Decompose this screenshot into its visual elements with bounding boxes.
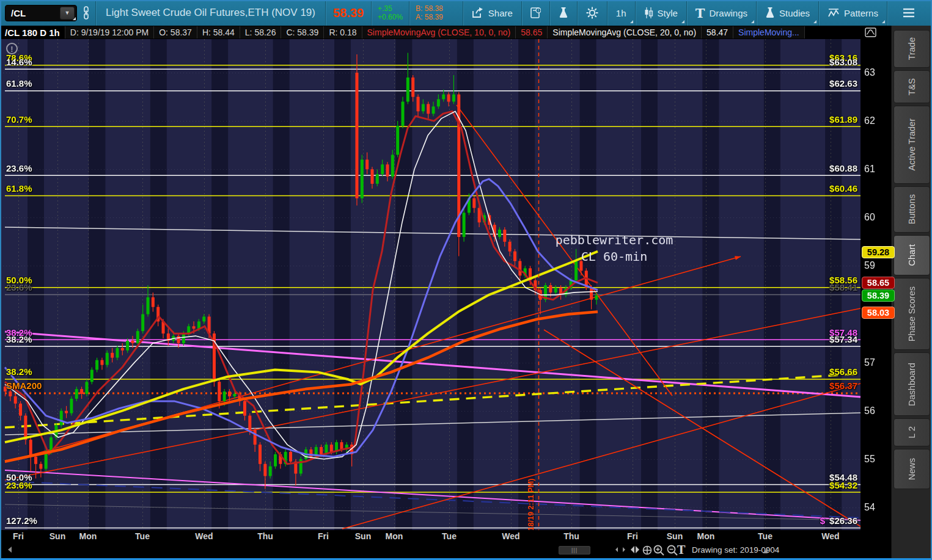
day-label: Sun (667, 531, 683, 541)
ohlc-field: L: 58.26 (240, 26, 282, 38)
zoom-in-icon[interactable] (653, 544, 665, 556)
price-axis-bubble: 59.28 (862, 246, 895, 258)
gear-icon (586, 7, 598, 19)
price-axis-bubble: 58.39 (862, 289, 895, 302)
sidebar-tab-label: News (907, 454, 917, 484)
sidebar-tab-label: Chart (907, 241, 917, 269)
pan-horizontal-icon[interactable] (629, 545, 640, 555)
y-axis-tick: 60 (864, 212, 875, 223)
ask-value: A: 58.39 (416, 13, 443, 21)
fib-level-label: 70.7% (6, 114, 32, 125)
price-chart-canvas[interactable] (0, 39, 891, 530)
study-label: SimpleMoving... (733, 26, 805, 38)
drawings-button[interactable]: T Drawings (687, 0, 756, 26)
zoom-out-icon[interactable] (666, 544, 678, 556)
last-price: 58.39 (326, 6, 371, 20)
y-axis-tick: 63 (864, 67, 875, 78)
chart-toolbar: /CL ▼ Light Sweet Crude Oil Futures,ETH … (0, 0, 932, 26)
share-icon (472, 7, 484, 18)
ohlc-field: H: 58.44 (197, 26, 240, 38)
ohlc-field: C: 58.39 (281, 26, 324, 38)
sidebar-tab-t-s[interactable]: T&S (893, 70, 930, 103)
drawings-label: Drawings (710, 8, 748, 18)
h-scrollbar-thumb[interactable]: ||| (559, 546, 590, 555)
step-left-icon[interactable] (615, 547, 618, 552)
menu-icon (903, 8, 915, 18)
resize-notch-icon (73, 17, 76, 20)
scroll-left-icon[interactable] (7, 547, 12, 553)
sidebar-tab-label: T&S (907, 75, 917, 99)
fib-price-label: $26.36 (829, 515, 857, 526)
day-label: Wed (821, 531, 839, 541)
x-axis: FriSunMonTueWedThuFriSunMonTueWedThuFriS… (0, 530, 891, 542)
fib-price-label: $54.32 (829, 480, 857, 490)
watermark-line2: CL 60-min (537, 249, 692, 265)
link-channel-button[interactable] (77, 0, 95, 26)
move-crosshair-icon[interactable] (642, 545, 653, 556)
settings-button[interactable] (578, 0, 607, 26)
symbol-input[interactable]: /CL ▼ (5, 5, 77, 21)
y-axis-tick: 55 (864, 454, 875, 465)
instrument-title: Light Sweet Crude Oil Futures,ETH (NOV 1… (96, 7, 325, 19)
sidebar-tab-dashboard[interactable]: Dashboard (893, 352, 930, 416)
day-label: Fri (318, 531, 329, 541)
style-label: Style (658, 8, 678, 18)
day-label: Tue (758, 531, 772, 541)
sidebar-tab-l-2[interactable]: L 2 (893, 418, 930, 446)
fib-level-label: 38.2% (6, 366, 32, 377)
candlestick-style-icon (644, 7, 653, 19)
chart-plot-area[interactable]: ! pebblewriter.com CL 60-min FOMC (9/18/… (0, 39, 891, 530)
study-label: SimpleMovingAvg (CLOSE, 10, 0, no) (362, 26, 516, 38)
day-label: Sun (50, 531, 65, 541)
step-right-icon[interactable] (622, 547, 626, 552)
sidebar-tab-phase-scores[interactable]: Phase Scores (893, 278, 930, 350)
toolbar-separator (887, 0, 887, 26)
fib-level-label: 23.6% (6, 163, 32, 173)
chart-menu-button[interactable] (894, 0, 923, 26)
interval-label: 1h (616, 8, 626, 18)
sidebar-tab-label: Phase Scores (907, 283, 917, 345)
drawing-set-caret-icon (763, 548, 768, 553)
sidebar-tab-chart[interactable]: Chart (893, 235, 930, 275)
sidebar-tab-buttons[interactable]: Buttons (893, 186, 930, 233)
fib-level-label: 23.6% (6, 480, 32, 490)
day-label: Thu (257, 531, 273, 541)
symbol-value: /CL (6, 8, 60, 18)
change-block: +.35 +0.60% (372, 4, 409, 21)
patterns-label: Patterns (844, 8, 878, 18)
y-axis-tick: 54 (864, 502, 875, 513)
sidebar-tab-active-trader[interactable]: Active Trader (893, 106, 930, 184)
fib-price-label: $56.37 (829, 380, 857, 391)
patterns-icon (827, 7, 840, 18)
chart-watermark: pebblewriter.com CL 60-min (537, 232, 692, 265)
text-tool-button[interactable]: T (677, 544, 685, 556)
day-label: Tue (135, 531, 150, 541)
ohlc-field: D: 9/19/19 12:00 PM (65, 26, 154, 38)
day-label: Thu (563, 531, 579, 541)
sidebar-tab-label: L 2 (907, 423, 917, 442)
style-button[interactable]: Style (636, 0, 686, 26)
sidebar-tab-trade[interactable]: Trade (893, 30, 930, 68)
main-area: /CL 180 D 1h D: 9/19/19 12:00 PMO: 58.37… (0, 26, 932, 558)
sidebar-tab-news[interactable]: News (893, 449, 930, 489)
watermark-line1: pebblewriter.com (537, 232, 692, 249)
fib-price-label: $56.66 (829, 366, 857, 377)
interval-button[interactable]: 1h (607, 0, 635, 26)
share-button[interactable]: Share (463, 0, 521, 26)
chart-describer-button[interactable]: i (522, 0, 549, 26)
studies-button[interactable]: Studies (757, 0, 818, 26)
bid-value: B: 58.38 (416, 4, 443, 13)
analysis-tools-button[interactable] (550, 0, 577, 26)
patterns-button[interactable]: Patterns (819, 0, 887, 26)
flask-icon (559, 7, 568, 19)
day-label: Tue (442, 531, 457, 541)
chart-mode-icon[interactable] (865, 27, 876, 39)
fib-level-label: SMA200 (6, 380, 42, 391)
sidebar-tab-label: Trade (907, 34, 917, 64)
sidebar-tab-label: Active Trader (907, 115, 917, 174)
y-axis-tick: 62 (864, 115, 875, 126)
day-label: Mon (79, 531, 97, 541)
ohlc-field: O: 58.37 (154, 26, 197, 38)
day-label: Mon (697, 531, 715, 541)
text-tool-icon: T (695, 5, 705, 21)
